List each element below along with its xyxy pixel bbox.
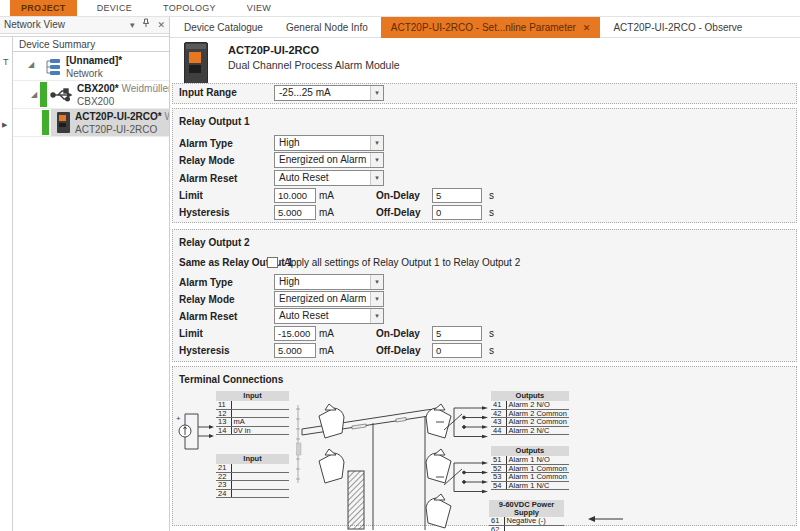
device-tree: ◢ [Unnamed]* Network ◢ <box>13 53 169 531</box>
input-range-select[interactable]: -25...25 mA ▾ <box>274 85 384 101</box>
alarm-type-label: Alarm Type <box>179 138 233 149</box>
tree-row-cbx200[interactable]: ◢ CBX200* Weidmüller CBX, <box>13 81 169 109</box>
limit-label: Limit <box>179 328 203 339</box>
tab-device-catalogue[interactable]: Device Catalogue <box>174 17 273 38</box>
power-arrow-icon <box>585 514 625 524</box>
limit-input-1[interactable] <box>274 188 316 203</box>
tab-close-icon[interactable]: ✕ <box>583 23 591 33</box>
module-icon <box>57 112 70 133</box>
alarm-reset-label: Alarm Reset <box>179 311 237 322</box>
off-delay-input-1[interactable] <box>432 205 482 220</box>
tree-row-act20p[interactable]: ACT20P-UI-2RCO* Weid... ACT20P-UI-2RCO <box>13 109 169 137</box>
section-input-range: Input Range -25...25 mA ▾ <box>172 83 797 104</box>
outputs-table-alarm2: Outputs 41Alarm 2 N/O 42Alarm 2 Common 4… <box>491 391 569 435</box>
chevron-down-icon[interactable]: ▾ <box>370 136 383 150</box>
chevron-down-icon[interactable]: ▾ <box>370 171 383 185</box>
selected-value: Energized on Alarm <box>279 293 366 304</box>
current-row-indicator-icon: ▶ <box>2 121 7 129</box>
alarm-reset-select-1[interactable]: Auto Reset ▾ <box>274 170 384 186</box>
expander-icon[interactable]: ◢ <box>28 60 34 69</box>
power-supply-table: 9-60VDC Power Supply 61Negative (-) 62 <box>489 500 564 531</box>
hysteresis-input-2[interactable] <box>274 343 316 358</box>
relay-mode-select-1[interactable]: Energized on Alarm ▾ <box>274 152 384 168</box>
input-range-label: Input Range <box>179 87 237 98</box>
alarm-reset-select-2[interactable]: Auto Reset ▾ <box>274 308 384 324</box>
device-name: [Unnamed]* <box>66 55 122 66</box>
off-delay-unit: s <box>489 345 494 356</box>
limit-input-2[interactable] <box>274 326 316 341</box>
page-title: ACT20P-UI-2RCO <box>228 44 319 56</box>
on-delay-unit: s <box>489 328 494 339</box>
off-delay-label: Off-Delay <box>376 207 420 218</box>
chevron-down-icon[interactable]: ▾ <box>370 309 383 323</box>
usb-icon <box>50 87 73 105</box>
off-delay-label: Off-Delay <box>376 345 420 356</box>
relay-mode-label: Relay Mode <box>179 155 235 166</box>
section-title: Relay Output 2 <box>179 237 250 248</box>
filter-icon[interactable]: T <box>3 57 9 67</box>
same-as-checkbox-label: Apply all settings of Relay Output 1 to … <box>284 257 520 268</box>
row-indicator-column: T ▶ <box>0 36 13 531</box>
off-delay-input-2[interactable] <box>432 343 482 358</box>
menu-view[interactable]: VIEW <box>236 0 282 16</box>
document-tabbar: Device Catalogue General Node Info ACT20… <box>170 17 800 38</box>
alarm-type-select-2[interactable]: High ▾ <box>274 274 384 290</box>
limit-label: Limit <box>179 190 203 201</box>
device-subtitle: CBX200 <box>77 96 114 107</box>
tab-set-online-parameter[interactable]: ACT20P-UI-2RCO - Set...nline Parameter✕ <box>381 17 601 38</box>
on-delay-input-1[interactable] <box>432 188 482 203</box>
tab-general-node-info[interactable]: General Node Info <box>276 17 378 38</box>
chevron-down-icon[interactable]: ▾ <box>370 275 383 289</box>
network-view-panel: Network View ▾ ✕ T ▶ Device Summary ◢ [U… <box>0 17 170 531</box>
section-relay-output-1: Relay Output 1 Alarm Type High ▾ Relay M… <box>172 108 797 223</box>
alarm-type-label: Alarm Type <box>179 277 233 288</box>
status-bar-green <box>40 82 47 107</box>
chevron-down-icon[interactable]: ▾ <box>370 86 383 100</box>
alarm-type-select-1[interactable]: High ▾ <box>274 135 384 151</box>
selected-value: Auto Reset <box>279 310 328 321</box>
relay-mode-select-2[interactable]: Energized on Alarm ▾ <box>274 291 384 307</box>
current-source-diagram: + <box>173 403 216 459</box>
on-delay-label: On-Delay <box>376 328 420 339</box>
menu-project[interactable]: PROJECT <box>10 0 77 16</box>
section-relay-output-2: Relay Output 2 Same as Relay Output 1 Ap… <box>172 229 797 362</box>
alarm-reset-label: Alarm Reset <box>179 173 237 184</box>
tab-label: ACT20P-UI-2RCO - Set...nline Parameter <box>391 22 576 33</box>
input-table-bottom: Input 21 22 23 24 <box>216 454 289 498</box>
menu-topology[interactable]: TOPOLOGY <box>152 0 227 16</box>
tree-row-network[interactable]: ◢ [Unnamed]* Network <box>13 53 169 81</box>
device-detail: Weid... <box>164 111 169 122</box>
on-delay-label: On-Delay <box>376 190 420 201</box>
input-table-top: Input 11 12 13mA 140V in <box>216 391 289 435</box>
network-icon <box>42 57 62 79</box>
panel-menu-icon[interactable]: ▾ <box>130 20 135 30</box>
selected-value: Auto Reset <box>279 172 328 183</box>
close-icon[interactable]: ✕ <box>157 20 165 30</box>
module-image <box>184 42 208 86</box>
outputs-table-alarm1: Outputs 51Alarm 1 N/O 52Alarm 1 Common 5… <box>491 446 569 490</box>
device-detail: Weidmüller CBX,... <box>121 83 169 94</box>
hysteresis-label: Hysteresis <box>179 207 230 218</box>
same-as-checkbox[interactable] <box>267 257 278 268</box>
expander-icon[interactable]: ◢ <box>31 90 37 99</box>
tab-observe[interactable]: ACT20P-UI-2RCO - Observe <box>603 17 752 38</box>
ribbon-menu: PROJECT DEVICE TOPOLOGY VIEW <box>0 0 800 17</box>
pin-icon[interactable] <box>142 20 150 30</box>
hysteresis-input-1[interactable] <box>274 205 316 220</box>
relay-mode-label: Relay Mode <box>179 294 235 305</box>
device-subtitle: Network <box>66 68 103 79</box>
chevron-down-icon[interactable]: ▾ <box>370 292 383 306</box>
menu-device[interactable]: DEVICE <box>86 0 143 16</box>
plus-sign: + <box>176 414 181 423</box>
grid-header-device-summary[interactable]: Device Summary <box>13 36 169 52</box>
hysteresis-label: Hysteresis <box>179 345 230 356</box>
section-terminal-connections: Terminal Connections + Input 11 12 13mA … <box>172 366 797 526</box>
limit-unit: mA <box>319 190 334 201</box>
on-delay-input-2[interactable] <box>432 326 482 341</box>
section-title: Terminal Connections <box>179 374 283 385</box>
panel-title: Network View <box>4 19 65 30</box>
hysteresis-unit: mA <box>319 207 334 218</box>
chevron-down-icon[interactable]: ▾ <box>370 153 383 167</box>
module-side-view-drawing <box>296 399 501 531</box>
device-subtitle: ACT20P-UI-2RCO <box>75 124 157 135</box>
